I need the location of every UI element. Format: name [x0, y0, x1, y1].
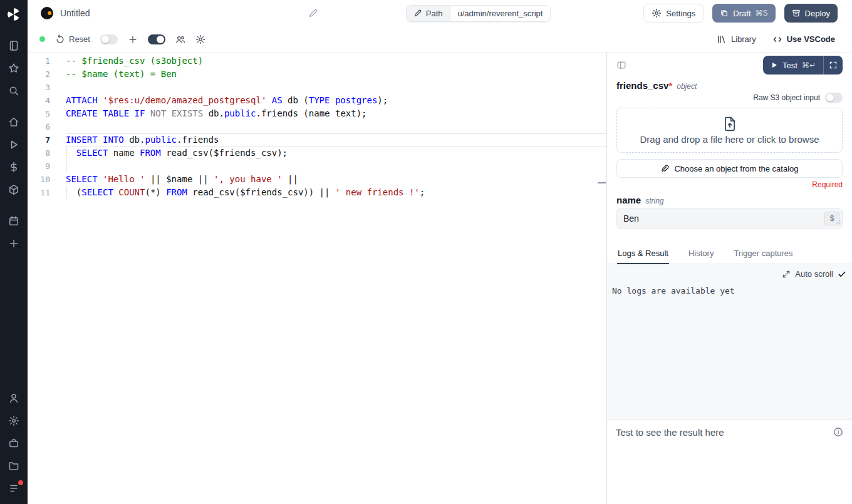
line-number: 9 — [28, 160, 66, 173]
sidebar-bottom-nav — [7, 391, 21, 495]
search-icon[interactable] — [7, 84, 21, 98]
library-icon — [717, 34, 727, 44]
panel-layout-icon[interactable] — [616, 60, 626, 70]
panel-tabs: Logs & ResultHistoryTrigger captures — [607, 243, 852, 264]
code-line[interactable]: 3 — [28, 81, 606, 94]
notification-dot — [18, 480, 23, 485]
add-button[interactable] — [128, 34, 138, 44]
play-icon[interactable] — [7, 138, 21, 152]
result-section: Test to see the result here — [607, 419, 852, 504]
required-hint: Required — [616, 180, 843, 189]
diff-toggle[interactable] — [148, 34, 165, 44]
collaborators-button[interactable] — [175, 34, 185, 44]
draft-shortcut: ⌘S — [756, 9, 768, 18]
line-number: 11 — [28, 186, 66, 199]
star-icon[interactable] — [7, 61, 21, 75]
user-icon[interactable] — [7, 391, 21, 405]
line-number: 1 — [28, 54, 66, 68]
draft-button[interactable]: Draft ⌘S — [712, 4, 775, 23]
settings-button[interactable]: Settings — [643, 4, 704, 23]
windmill-logo[interactable] — [6, 6, 22, 23]
top-header: Untitled Path u/admin/reverent_script Se… — [28, 0, 852, 26]
book-icon[interactable] — [7, 39, 21, 53]
required-asterisk: * — [668, 80, 672, 91]
code-line[interactable]: 4ATTACH '$res:u/demo/amazed_postgresql' … — [28, 94, 606, 107]
folder-icon[interactable] — [7, 459, 21, 473]
variable-insert-button[interactable]: $ — [824, 212, 839, 225]
code-line[interactable]: 6 — [28, 120, 606, 133]
code-line[interactable]: 5CREATE TABLE IF NOT EXISTS db.public.fr… — [28, 107, 606, 120]
sidebar-nav — [7, 39, 21, 250]
line-number: 4 — [28, 94, 66, 107]
tab-trigger-captures[interactable]: Trigger captures — [733, 243, 793, 264]
line-number: 3 — [28, 81, 66, 94]
code-line[interactable]: 7INSERT INTO db.public.friends — [28, 133, 606, 147]
code-line[interactable]: 10SELECT 'Hello ' || $name || ', you hav… — [28, 173, 606, 186]
autoscroll-label: Auto scroll — [795, 269, 833, 279]
reset-button[interactable]: Reset — [55, 34, 90, 44]
path-label: Path — [426, 9, 443, 18]
editor-settings-button[interactable] — [195, 34, 205, 44]
line-number: 10 — [28, 173, 66, 186]
expand-logs-icon[interactable] — [782, 270, 791, 279]
logs-section: Auto scroll No logs are available yet — [607, 264, 852, 419]
arg-name-label: friends_csv* — [616, 80, 672, 91]
info-icon[interactable] — [833, 427, 843, 437]
edit-title-icon[interactable] — [308, 8, 318, 18]
rotate-icon — [55, 34, 65, 44]
code-line[interactable]: 9 — [28, 160, 606, 173]
assistant-toggle[interactable] — [100, 34, 118, 44]
name-input[interactable] — [616, 208, 843, 229]
test-shortcut: ⌘↵ — [802, 61, 816, 69]
raw-s3-toggle[interactable] — [825, 93, 843, 103]
code-line[interactable]: 2-- $name (text) = Ben — [28, 68, 606, 81]
plus-icon[interactable] — [7, 237, 21, 250]
autoscroll-checkbox[interactable] — [838, 270, 846, 279]
right-panel: Test ⌘↵ friends_csv* object Raw S3 objec… — [606, 53, 852, 504]
gear-icon — [195, 34, 205, 44]
dropzone-label: Drag and drop a file here or click to br… — [640, 134, 819, 145]
gear-icon — [652, 8, 662, 18]
use-vscode-button[interactable]: Use VSCode — [772, 34, 835, 44]
deploy-button[interactable]: Deploy — [784, 4, 838, 23]
home-icon[interactable] — [7, 115, 21, 129]
paperclip-icon — [660, 164, 669, 173]
test-button[interactable]: Test ⌘↵ — [763, 56, 823, 75]
line-number: 7 — [28, 133, 66, 147]
logs-empty-text: No logs are available yet — [607, 280, 852, 302]
calendar-icon[interactable] — [7, 214, 21, 228]
fullscreen-test-button[interactable] — [823, 56, 843, 75]
line-number: 6 — [28, 120, 66, 133]
tab-history[interactable]: History — [688, 243, 714, 264]
library-button[interactable]: Library — [717, 34, 756, 44]
edit-path-icon — [413, 9, 422, 18]
code-editor[interactable]: 1-- $friends_csv (s3object)2-- $name (te… — [28, 53, 606, 504]
line-number: 2 — [28, 68, 66, 81]
app-sidebar — [0, 0, 28, 504]
maximize-icon — [829, 61, 838, 69]
line-number: 5 — [28, 107, 66, 120]
dollar-icon[interactable] — [7, 160, 21, 174]
gear-icon[interactable] — [7, 414, 21, 428]
plus-icon — [128, 34, 138, 44]
arg-type-label: string — [645, 197, 663, 205]
code-line[interactable]: 11 (SELECT COUNT(*) FROM read_csv($frien… — [28, 186, 606, 199]
cube-icon[interactable] — [7, 183, 21, 197]
choose-catalog-object-button[interactable]: Choose an object from the catalog — [616, 159, 843, 178]
overview-ruler-cursor-mark — [598, 182, 606, 183]
archive-icon — [792, 9, 801, 18]
status-dot — [39, 36, 45, 42]
file-dropzone[interactable]: Drag and drop a file here or click to br… — [616, 108, 843, 153]
vscode-icon — [772, 34, 782, 44]
duckdb-language-icon — [40, 6, 54, 20]
indent-guide — [66, 147, 66, 160]
path-control[interactable]: Path u/admin/reverent_script — [406, 5, 551, 22]
worker-icon[interactable] — [7, 436, 21, 450]
tab-logs-result[interactable]: Logs & Result — [617, 243, 669, 264]
code-line[interactable]: 1-- $friends_csv (s3object) — [28, 54, 606, 68]
code-line[interactable]: 8 SELECT name FROM read_csv($friends_csv… — [28, 147, 606, 160]
script-title[interactable]: Untitled — [60, 8, 90, 18]
logs-icon[interactable] — [7, 481, 21, 495]
arg-type-label: object — [677, 82, 697, 91]
path-value: u/admin/reverent_script — [450, 6, 551, 21]
